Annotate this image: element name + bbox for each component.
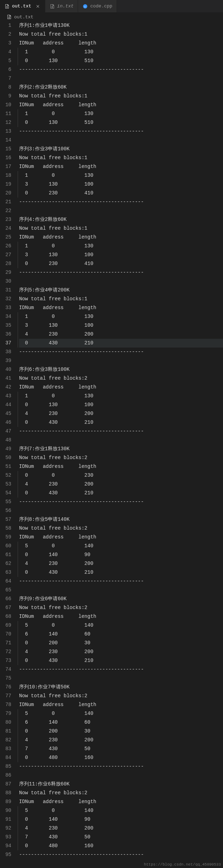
- code-line[interactable]: [19, 506, 223, 515]
- code-line[interactable]: 3 130 100: [19, 321, 223, 330]
- code-line[interactable]: ----------------------------------------…: [19, 498, 223, 506]
- code-line[interactable]: 1 0 130: [19, 392, 223, 400]
- code-line[interactable]: 5 0 140: [19, 621, 223, 630]
- code-line[interactable]: [19, 136, 223, 145]
- code-line[interactable]: 7 430 50: [19, 833, 223, 842]
- code-line[interactable]: IDNum address length: [19, 612, 223, 621]
- code-line[interactable]: 序列6:作业3释放100K: [19, 365, 223, 374]
- code-line[interactable]: Now total free blocks:1: [19, 224, 223, 233]
- code-line[interactable]: 序列4:作业2释放60K: [19, 215, 223, 224]
- code-line[interactable]: [19, 586, 223, 595]
- code-line[interactable]: 序列5:作业4申请200K: [19, 286, 223, 295]
- code-line[interactable]: [19, 356, 223, 365]
- code-line[interactable]: [19, 436, 223, 445]
- code-line[interactable]: IDNum address length: [19, 797, 223, 806]
- code-line[interactable]: 序列9:作业6申请60K: [19, 595, 223, 603]
- code-line[interactable]: ----------------------------------------…: [19, 198, 223, 206]
- code-line[interactable]: [19, 674, 223, 683]
- tab-out-txt[interactable]: out.txt: [0, 0, 45, 12]
- code-line[interactable]: 1 0 130: [19, 48, 223, 56]
- code-line[interactable]: 6 140 60: [19, 718, 223, 727]
- code-line[interactable]: IDNum address length: [19, 462, 223, 471]
- code-line[interactable]: Now total free blocks:2: [19, 692, 223, 700]
- code-line[interactable]: Now total free blocks:1: [19, 30, 223, 39]
- code-line[interactable]: IDNum address length: [19, 162, 223, 171]
- code-line[interactable]: 4 230 200: [19, 480, 223, 489]
- code-line[interactable]: ----------------------------------------…: [19, 348, 223, 356]
- code-line[interactable]: 0 130 510: [19, 56, 223, 65]
- code-line[interactable]: 序列7:作业1释放130K: [19, 445, 223, 453]
- code-line[interactable]: 4 230 200: [19, 409, 223, 418]
- code-line[interactable]: 0 0 230: [19, 471, 223, 480]
- breadcrumb[interactable]: out.txt: [0, 13, 223, 21]
- code-line[interactable]: IDNum address length: [19, 233, 223, 242]
- code-line[interactable]: Now total free blocks:2: [19, 603, 223, 612]
- code-line[interactable]: 序列10:作业7申请50K: [19, 683, 223, 692]
- code-line[interactable]: IDNum address length: [19, 700, 223, 709]
- code-line[interactable]: [19, 206, 223, 215]
- code-line[interactable]: Now total free blocks:2: [19, 453, 223, 462]
- code-line[interactable]: 0 430 210: [19, 568, 223, 577]
- code-line[interactable]: IDNum address length: [19, 39, 223, 48]
- code-line[interactable]: [19, 771, 223, 780]
- code-line[interactable]: IDNum address length: [19, 533, 223, 542]
- code-line[interactable]: 0 130 100: [19, 400, 223, 409]
- code-line[interactable]: 0 430 210: [19, 339, 223, 348]
- code-line[interactable]: 1 0 130: [19, 312, 223, 321]
- code-line[interactable]: 1 0 130: [19, 242, 223, 251]
- code-line[interactable]: IDNum address length: [19, 303, 223, 312]
- close-icon[interactable]: [35, 4, 41, 9]
- code-line[interactable]: 0 230 410: [19, 189, 223, 198]
- code-line[interactable]: 0 230 410: [19, 259, 223, 268]
- code-line[interactable]: 0 140 90: [19, 550, 223, 559]
- code-line[interactable]: [19, 277, 223, 286]
- code-line[interactable]: 序列8:作业5申请140K: [19, 515, 223, 524]
- code-line[interactable]: 序列11:作业6释放60K: [19, 780, 223, 789]
- code-line[interactable]: ----------------------------------------…: [19, 850, 223, 859]
- code-line[interactable]: Now total free blocks:2: [19, 374, 223, 383]
- code-line[interactable]: 5 0 140: [19, 709, 223, 718]
- code-line[interactable]: 0 480 160: [19, 842, 223, 850]
- code-line[interactable]: ----------------------------------------…: [19, 65, 223, 74]
- code-line[interactable]: 1 0 130: [19, 171, 223, 180]
- code-line[interactable]: IDNum address length: [19, 101, 223, 109]
- code-line[interactable]: Now total free blocks:1: [19, 153, 223, 162]
- code-line[interactable]: ----------------------------------------…: [19, 268, 223, 277]
- code-line[interactable]: 4 230 200: [19, 330, 223, 339]
- tab-code-cpp[interactable]: C code.cpp: [78, 0, 117, 12]
- code-line[interactable]: 0 130 510: [19, 118, 223, 127]
- code-line[interactable]: 0 430 210: [19, 418, 223, 427]
- code-line[interactable]: 序列3:作业3申请100K: [19, 145, 223, 153]
- code-line[interactable]: 4 230 200: [19, 824, 223, 833]
- code-line[interactable]: ----------------------------------------…: [19, 127, 223, 136]
- code-line[interactable]: 7 430 50: [19, 745, 223, 753]
- code-line[interactable]: 4 230 200: [19, 736, 223, 745]
- code-line[interactable]: Now total free blocks:1: [19, 295, 223, 303]
- code-line[interactable]: IDNum address length: [19, 383, 223, 392]
- code-line[interactable]: 5 0 140: [19, 806, 223, 815]
- code-line[interactable]: 序列1:作业1申请130K: [19, 21, 223, 30]
- code-line[interactable]: ----------------------------------------…: [19, 762, 223, 771]
- code-line[interactable]: Now total free blocks:2: [19, 789, 223, 797]
- code-line[interactable]: 0 200 30: [19, 727, 223, 736]
- code-line[interactable]: 0 430 210: [19, 489, 223, 498]
- code-line[interactable]: 0 430 210: [19, 656, 223, 665]
- code-line[interactable]: Now total free blocks:2: [19, 524, 223, 533]
- code-line[interactable]: 5 0 140: [19, 542, 223, 550]
- code-line[interactable]: Now total free blocks:1: [19, 92, 223, 101]
- code-line[interactable]: 0 200 30: [19, 639, 223, 647]
- tab-in-txt[interactable]: in.txt: [45, 0, 78, 12]
- code-line[interactable]: 序列2:作业2释放60K: [19, 83, 223, 92]
- editor-content[interactable]: 序列1:作业1申请130KNow total free blocks:1IDNu…: [17, 21, 223, 859]
- editor[interactable]: 1234567891011121314151617181920212223242…: [0, 21, 223, 859]
- code-line[interactable]: 0 140 90: [19, 815, 223, 824]
- code-line[interactable]: 3 130 100: [19, 251, 223, 259]
- code-line[interactable]: 4 230 200: [19, 647, 223, 656]
- code-line[interactable]: [19, 74, 223, 83]
- code-line[interactable]: ----------------------------------------…: [19, 577, 223, 586]
- code-line[interactable]: ----------------------------------------…: [19, 427, 223, 436]
- code-line[interactable]: 4 230 200: [19, 559, 223, 568]
- code-line[interactable]: 1 0 130: [19, 109, 223, 118]
- code-line[interactable]: 0 480 160: [19, 753, 223, 762]
- code-line[interactable]: ----------------------------------------…: [19, 665, 223, 674]
